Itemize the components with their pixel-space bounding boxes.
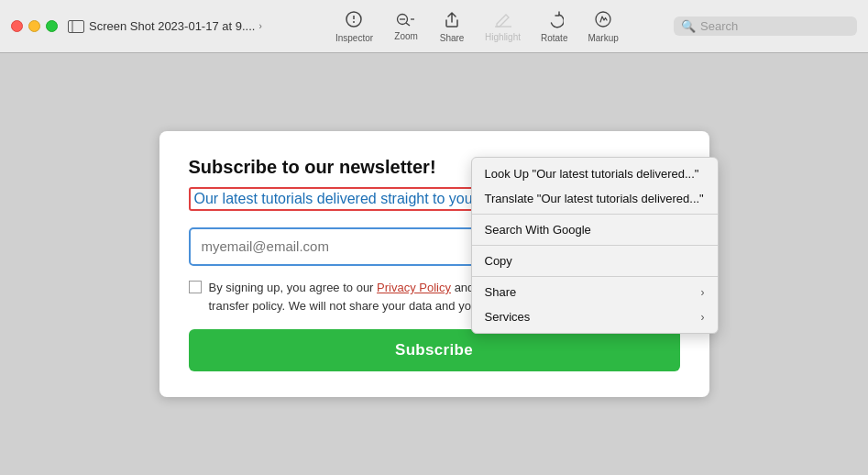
rotate-label: Rotate xyxy=(541,33,567,43)
context-menu-divider-1 xyxy=(472,214,718,215)
svg-point-4 xyxy=(353,21,355,23)
share-icon xyxy=(444,10,460,31)
share-label: Share xyxy=(440,33,465,43)
search-bar[interactable]: 🔍 xyxy=(674,17,857,36)
newsletter-card: Subscribe to our newsletter! Our latest … xyxy=(159,131,709,397)
privacy-policy-link[interactable]: Privacy Policy xyxy=(377,281,451,294)
highlight-label: Highlight xyxy=(485,32,521,42)
context-menu-item-lookup-label: Look Up "Our latest tutorials delivered.… xyxy=(485,167,699,181)
context-menu-item-search-google[interactable]: Search With Google xyxy=(472,217,718,242)
titlebar: Screen Shot 2023-01-17 at 9.... › Inspec… xyxy=(0,0,868,53)
context-menu-item-translate[interactable]: Translate "Our latest tutorials delivere… xyxy=(472,186,718,211)
context-menu-item-share[interactable]: Share › xyxy=(472,280,718,304)
window-icon xyxy=(67,17,85,36)
toolbar: Inspector Zoom Share xyxy=(280,8,674,45)
context-menu-item-share-label: Share xyxy=(485,285,517,299)
context-menu-item-lookup[interactable]: Look Up "Our latest tutorials delivered.… xyxy=(472,161,718,186)
context-menu-item-translate-label: Translate "Our latest tutorials delivere… xyxy=(485,192,704,205)
window-title: Screen Shot 2023-01-17 at 9.... xyxy=(89,19,255,33)
share-submenu-arrow-icon: › xyxy=(701,286,705,299)
share-button[interactable]: Share xyxy=(430,8,474,45)
inspector-icon xyxy=(345,10,363,31)
context-menu-item-search-google-label: Search With Google xyxy=(485,223,591,237)
context-menu-item-services[interactable]: Services › xyxy=(472,304,718,329)
search-input[interactable] xyxy=(700,19,847,33)
context-menu: Look Up "Our latest tutorials delivered.… xyxy=(471,157,719,334)
svg-line-6 xyxy=(406,23,410,26)
search-icon: 🔍 xyxy=(681,19,696,33)
svg-rect-0 xyxy=(69,20,84,32)
context-menu-item-services-label: Services xyxy=(485,310,531,324)
rotate-icon xyxy=(545,10,564,31)
context-menu-item-copy-label: Copy xyxy=(485,254,512,268)
policy-checkbox[interactable] xyxy=(189,281,202,293)
markup-icon xyxy=(594,10,612,31)
zoom-label: Zoom xyxy=(394,31,418,41)
rotate-button[interactable]: Rotate xyxy=(532,8,577,45)
main-content: Subscribe to our newsletter! Our latest … xyxy=(0,53,868,475)
zoom-button[interactable]: Zoom xyxy=(384,10,428,43)
services-submenu-arrow-icon: › xyxy=(701,311,705,324)
highlight-icon xyxy=(494,11,512,30)
context-menu-divider-2 xyxy=(472,245,718,246)
title-chevron-icon: › xyxy=(258,21,261,31)
subscribe-button[interactable]: Subscribe xyxy=(189,329,680,371)
minimize-button[interactable] xyxy=(28,20,40,32)
inspector-button[interactable]: Inspector xyxy=(326,8,382,45)
context-menu-divider-3 xyxy=(472,276,718,277)
close-button[interactable] xyxy=(11,20,23,32)
traffic-lights xyxy=(11,20,58,32)
markup-button[interactable]: Markup xyxy=(578,8,627,45)
inspector-label: Inspector xyxy=(335,33,373,43)
zoom-button[interactable] xyxy=(46,20,58,32)
zoom-icon xyxy=(396,12,416,29)
highlight-button[interactable]: Highlight xyxy=(476,9,530,44)
context-menu-item-copy[interactable]: Copy xyxy=(472,249,718,273)
markup-label: Markup xyxy=(588,33,618,43)
